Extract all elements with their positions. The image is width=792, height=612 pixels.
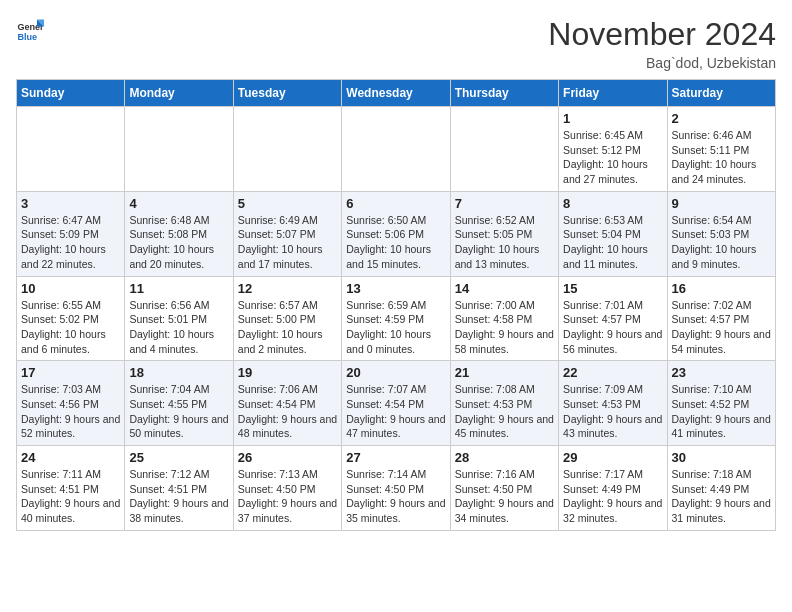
page-header: General Blue November 2024 Bag`dod, Uzbe… [16, 16, 776, 71]
day-info: Sunrise: 6:54 AM Sunset: 5:03 PM Dayligh… [672, 213, 771, 272]
day-info: Sunrise: 7:02 AM Sunset: 4:57 PM Dayligh… [672, 298, 771, 357]
weekday-header: Wednesday [342, 80, 450, 107]
weekday-header: Thursday [450, 80, 558, 107]
month-title: November 2024 [548, 16, 776, 53]
location: Bag`dod, Uzbekistan [548, 55, 776, 71]
day-info: Sunrise: 7:16 AM Sunset: 4:50 PM Dayligh… [455, 467, 554, 526]
calendar-cell: 19Sunrise: 7:06 AM Sunset: 4:54 PM Dayli… [233, 361, 341, 446]
day-number: 24 [21, 450, 120, 465]
day-info: Sunrise: 6:56 AM Sunset: 5:01 PM Dayligh… [129, 298, 228, 357]
day-info: Sunrise: 7:04 AM Sunset: 4:55 PM Dayligh… [129, 382, 228, 441]
day-number: 26 [238, 450, 337, 465]
day-number: 13 [346, 281, 445, 296]
day-number: 17 [21, 365, 120, 380]
day-info: Sunrise: 7:01 AM Sunset: 4:57 PM Dayligh… [563, 298, 662, 357]
day-number: 4 [129, 196, 228, 211]
day-number: 29 [563, 450, 662, 465]
day-number: 12 [238, 281, 337, 296]
calendar-cell: 3Sunrise: 6:47 AM Sunset: 5:09 PM Daylig… [17, 191, 125, 276]
day-number: 20 [346, 365, 445, 380]
calendar-cell: 20Sunrise: 7:07 AM Sunset: 4:54 PM Dayli… [342, 361, 450, 446]
weekday-header: Tuesday [233, 80, 341, 107]
day-info: Sunrise: 7:00 AM Sunset: 4:58 PM Dayligh… [455, 298, 554, 357]
calendar-cell: 17Sunrise: 7:03 AM Sunset: 4:56 PM Dayli… [17, 361, 125, 446]
calendar-cell: 13Sunrise: 6:59 AM Sunset: 4:59 PM Dayli… [342, 276, 450, 361]
calendar-cell: 22Sunrise: 7:09 AM Sunset: 4:53 PM Dayli… [559, 361, 667, 446]
day-number: 10 [21, 281, 120, 296]
calendar-cell: 2Sunrise: 6:46 AM Sunset: 5:11 PM Daylig… [667, 107, 775, 192]
calendar-cell: 16Sunrise: 7:02 AM Sunset: 4:57 PM Dayli… [667, 276, 775, 361]
day-info: Sunrise: 7:14 AM Sunset: 4:50 PM Dayligh… [346, 467, 445, 526]
day-number: 18 [129, 365, 228, 380]
calendar-cell [125, 107, 233, 192]
calendar-cell: 26Sunrise: 7:13 AM Sunset: 4:50 PM Dayli… [233, 446, 341, 531]
day-number: 5 [238, 196, 337, 211]
calendar-cell: 29Sunrise: 7:17 AM Sunset: 4:49 PM Dayli… [559, 446, 667, 531]
calendar-cell: 25Sunrise: 7:12 AM Sunset: 4:51 PM Dayli… [125, 446, 233, 531]
day-number: 6 [346, 196, 445, 211]
svg-text:Blue: Blue [17, 32, 37, 42]
calendar-table: SundayMondayTuesdayWednesdayThursdayFrid… [16, 79, 776, 531]
day-info: Sunrise: 7:11 AM Sunset: 4:51 PM Dayligh… [21, 467, 120, 526]
day-info: Sunrise: 6:47 AM Sunset: 5:09 PM Dayligh… [21, 213, 120, 272]
calendar-cell: 4Sunrise: 6:48 AM Sunset: 5:08 PM Daylig… [125, 191, 233, 276]
day-info: Sunrise: 7:17 AM Sunset: 4:49 PM Dayligh… [563, 467, 662, 526]
day-info: Sunrise: 6:55 AM Sunset: 5:02 PM Dayligh… [21, 298, 120, 357]
day-number: 11 [129, 281, 228, 296]
day-info: Sunrise: 7:06 AM Sunset: 4:54 PM Dayligh… [238, 382, 337, 441]
calendar-cell: 5Sunrise: 6:49 AM Sunset: 5:07 PM Daylig… [233, 191, 341, 276]
day-info: Sunrise: 7:13 AM Sunset: 4:50 PM Dayligh… [238, 467, 337, 526]
calendar-cell: 12Sunrise: 6:57 AM Sunset: 5:00 PM Dayli… [233, 276, 341, 361]
calendar-cell [342, 107, 450, 192]
day-number: 9 [672, 196, 771, 211]
day-info: Sunrise: 7:18 AM Sunset: 4:49 PM Dayligh… [672, 467, 771, 526]
day-info: Sunrise: 7:08 AM Sunset: 4:53 PM Dayligh… [455, 382, 554, 441]
day-number: 15 [563, 281, 662, 296]
day-number: 25 [129, 450, 228, 465]
calendar-cell: 23Sunrise: 7:10 AM Sunset: 4:52 PM Dayli… [667, 361, 775, 446]
calendar-cell: 10Sunrise: 6:55 AM Sunset: 5:02 PM Dayli… [17, 276, 125, 361]
day-info: Sunrise: 7:12 AM Sunset: 4:51 PM Dayligh… [129, 467, 228, 526]
weekday-header: Sunday [17, 80, 125, 107]
logo-icon: General Blue [16, 16, 44, 44]
calendar-cell: 27Sunrise: 7:14 AM Sunset: 4:50 PM Dayli… [342, 446, 450, 531]
day-info: Sunrise: 7:10 AM Sunset: 4:52 PM Dayligh… [672, 382, 771, 441]
calendar-cell: 24Sunrise: 7:11 AM Sunset: 4:51 PM Dayli… [17, 446, 125, 531]
day-number: 14 [455, 281, 554, 296]
day-number: 27 [346, 450, 445, 465]
day-info: Sunrise: 7:09 AM Sunset: 4:53 PM Dayligh… [563, 382, 662, 441]
day-number: 7 [455, 196, 554, 211]
day-info: Sunrise: 6:48 AM Sunset: 5:08 PM Dayligh… [129, 213, 228, 272]
calendar-cell: 14Sunrise: 7:00 AM Sunset: 4:58 PM Dayli… [450, 276, 558, 361]
calendar-cell [233, 107, 341, 192]
calendar-cell: 1Sunrise: 6:45 AM Sunset: 5:12 PM Daylig… [559, 107, 667, 192]
day-number: 16 [672, 281, 771, 296]
day-info: Sunrise: 6:46 AM Sunset: 5:11 PM Dayligh… [672, 128, 771, 187]
day-info: Sunrise: 7:07 AM Sunset: 4:54 PM Dayligh… [346, 382, 445, 441]
calendar-cell: 28Sunrise: 7:16 AM Sunset: 4:50 PM Dayli… [450, 446, 558, 531]
day-number: 28 [455, 450, 554, 465]
day-info: Sunrise: 6:59 AM Sunset: 4:59 PM Dayligh… [346, 298, 445, 357]
weekday-header: Friday [559, 80, 667, 107]
calendar-cell: 11Sunrise: 6:56 AM Sunset: 5:01 PM Dayli… [125, 276, 233, 361]
day-info: Sunrise: 6:49 AM Sunset: 5:07 PM Dayligh… [238, 213, 337, 272]
day-info: Sunrise: 6:45 AM Sunset: 5:12 PM Dayligh… [563, 128, 662, 187]
calendar-cell: 8Sunrise: 6:53 AM Sunset: 5:04 PM Daylig… [559, 191, 667, 276]
calendar-cell: 6Sunrise: 6:50 AM Sunset: 5:06 PM Daylig… [342, 191, 450, 276]
calendar-cell: 21Sunrise: 7:08 AM Sunset: 4:53 PM Dayli… [450, 361, 558, 446]
day-number: 23 [672, 365, 771, 380]
day-info: Sunrise: 6:50 AM Sunset: 5:06 PM Dayligh… [346, 213, 445, 272]
weekday-header: Monday [125, 80, 233, 107]
calendar-cell: 9Sunrise: 6:54 AM Sunset: 5:03 PM Daylig… [667, 191, 775, 276]
day-info: Sunrise: 6:57 AM Sunset: 5:00 PM Dayligh… [238, 298, 337, 357]
day-number: 3 [21, 196, 120, 211]
day-number: 2 [672, 111, 771, 126]
day-number: 1 [563, 111, 662, 126]
day-number: 8 [563, 196, 662, 211]
calendar-cell: 30Sunrise: 7:18 AM Sunset: 4:49 PM Dayli… [667, 446, 775, 531]
calendar-cell: 15Sunrise: 7:01 AM Sunset: 4:57 PM Dayli… [559, 276, 667, 361]
day-info: Sunrise: 6:53 AM Sunset: 5:04 PM Dayligh… [563, 213, 662, 272]
day-number: 30 [672, 450, 771, 465]
calendar-cell: 7Sunrise: 6:52 AM Sunset: 5:05 PM Daylig… [450, 191, 558, 276]
calendar-cell [17, 107, 125, 192]
